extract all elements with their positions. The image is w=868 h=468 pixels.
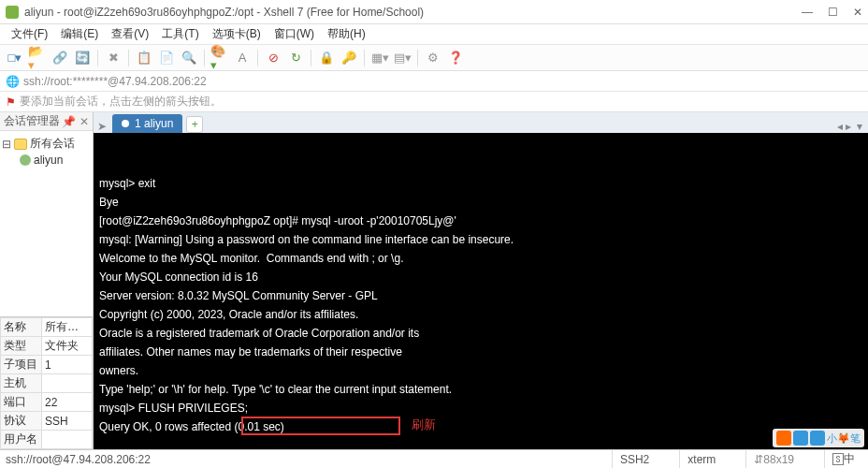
titlebar: aliyun - root@iZ2zeh69o3ru86oyhphgpoZ:/o… — [0, 0, 868, 24]
menu-tabs[interactable]: 选项卡(B) — [207, 24, 267, 44]
terminal-line: Your MySQL connection id is 16 — [99, 268, 862, 286]
tree-root[interactable]: ⊟ 所有会话 — [2, 135, 91, 153]
ime-icon-1[interactable] — [776, 431, 791, 446]
menu-window[interactable]: 窗口(W) — [268, 24, 320, 44]
terminal-line: affiliates. Other names may be trademark… — [99, 343, 862, 361]
session-icon — [20, 154, 31, 166]
ime-icon-2[interactable] — [793, 431, 808, 446]
terminal-line: Type 'help;' or '\h' for help. Type '\c'… — [99, 380, 862, 399]
terminal[interactable]: mysql> exitBye[root@iZ2zeh69o3ru86oyhphg… — [94, 133, 868, 449]
ime-overlay: 小🦊笔 — [773, 429, 864, 447]
menu-tools[interactable]: 工具(T) — [156, 24, 204, 44]
status-term: xterm — [679, 450, 723, 468]
terminal-line: [root@iZ2zeh69o3ru86oyhphgpoZ opt]# mysq… — [99, 212, 862, 230]
globe-icon: 🌐 — [6, 75, 20, 88]
terminal-line: mysql> exit — [99, 174, 862, 193]
paste-button[interactable]: 📄 — [157, 49, 176, 67]
prop-row: 子项目1 — [1, 356, 93, 374]
copy-button[interactable]: 📋 — [135, 49, 153, 67]
connect-button[interactable]: 🔗 — [51, 49, 69, 67]
close-panel-icon[interactable]: ✕ — [80, 115, 89, 128]
layout1-button[interactable]: ▦▾ — [370, 49, 389, 67]
add-tab-button[interactable]: + — [186, 116, 203, 133]
tree-root-label: 所有会话 — [30, 136, 75, 152]
layout2-button[interactable]: ▤▾ — [393, 49, 412, 67]
terminal-line: Query OK, 0 rows affected (0.01 sec) — [99, 417, 862, 436]
help-button[interactable]: ❓ — [446, 49, 465, 67]
terminal-line: mysql: [Warning] Using a password on the… — [99, 230, 862, 249]
address-bar: 🌐 ssh://root:********@47.94.208.206:22 — [0, 71, 868, 92]
reconnect-button[interactable]: 🔄 — [73, 49, 92, 67]
prop-row: 类型文件夹 — [1, 337, 93, 356]
prop-row: 用户名 — [1, 431, 93, 449]
session-tree[interactable]: ⊟ 所有会话 aliyun — [0, 131, 93, 316]
terminal-line: Welcome to the MySQL monitor. Commands e… — [99, 249, 862, 268]
menu-help[interactable]: 帮助(H) — [322, 24, 371, 44]
folder-icon — [14, 139, 27, 150]
tab-aliyun[interactable]: 1 aliyun — [112, 114, 182, 133]
status-bar: ssh://root@47.94.208.206:22 SSH2 xterm ⇵… — [0, 449, 868, 468]
terminal-line: Copyright (c) 2000, 2023, Oracle and/or … — [99, 305, 862, 324]
flag-icon: ⚑ — [6, 95, 16, 109]
disconnect-button[interactable]: ✖ — [104, 49, 123, 67]
terminal-line: owners. — [99, 361, 862, 380]
properties-panel: 名称所有…类型文件夹子项目1主机端口22协议SSH用户名 — [0, 316, 93, 449]
pin-icon[interactable]: 📌 — [62, 115, 76, 128]
tab-prev-icon[interactable]: ◂ ▸ — [837, 120, 851, 133]
status-connection: ssh://root@47.94.208.206:22 — [6, 453, 151, 466]
window-title: aliyun - root@iZ2zeh69o3ru86oyhphgpoZ:/o… — [24, 6, 802, 19]
prop-row: 名称所有… — [1, 318, 93, 337]
terminal-line: Bye — [99, 193, 862, 212]
status-caps: 🅂 中 — [824, 450, 862, 468]
tree-leaf-label: aliyun — [34, 154, 63, 167]
font-button[interactable]: A — [233, 49, 252, 67]
ime-icon-3[interactable] — [810, 431, 825, 446]
new-button[interactable]: □▾ — [6, 49, 24, 67]
key-button[interactable]: 🔑 — [340, 49, 358, 67]
ime-label: 小🦊笔 — [827, 431, 861, 446]
minimize-button[interactable]: — — [802, 6, 813, 19]
menu-view[interactable]: 查看(V) — [106, 24, 154, 44]
close-button[interactable]: ✕ — [853, 6, 862, 19]
settings-button[interactable]: ⚙ — [424, 49, 442, 67]
tab-menu-icon[interactable]: ▾ — [857, 120, 862, 133]
menubar: 文件(F) 编辑(E) 查看(V) 工具(T) 选项卡(B) 窗口(W) 帮助(… — [0, 24, 868, 45]
prop-row: 主机 — [1, 374, 93, 393]
find-button[interactable]: 🔍 — [180, 49, 198, 67]
tab-bar: ➤ 1 aliyun + ◂ ▸ ▾ — [94, 112, 868, 133]
toolbar: □▾ 📂▾ 🔗 🔄 ✖ 📋 📄 🔍 🎨▾ A ⊘ ↻ 🔒 🔑 ▦▾ ▤▾ ⚙ ❓ — [0, 45, 868, 71]
lock-button[interactable]: 🔒 — [317, 49, 336, 67]
session-manager-header: 会话管理器 📌✕ — [0, 112, 93, 131]
menu-file[interactable]: 文件(F) — [6, 24, 53, 44]
tab-label: 1 aliyun — [135, 117, 173, 130]
prop-row: 端口22 — [1, 393, 93, 412]
status-encoding: SSH2 — [612, 450, 657, 468]
status-size: 88x19 — [763, 453, 794, 466]
app-icon — [6, 6, 19, 19]
prop-row: 协议SSH — [1, 412, 93, 431]
menu-edit[interactable]: 编辑(E) — [55, 24, 104, 44]
tab-arrow-icon[interactable]: ➤ — [97, 120, 107, 133]
open-button[interactable]: 📂▾ — [28, 49, 47, 67]
terminal-line: Server version: 8.0.32 MySQL Community S… — [99, 286, 862, 305]
tree-leaf-aliyun[interactable]: aliyun — [2, 153, 91, 168]
address-text[interactable]: ssh://root:********@47.94.208.206:22 — [23, 75, 207, 88]
highlight-label: 刷新 — [412, 416, 436, 434]
terminal-line: Oracle is a registered trademark of Orac… — [99, 324, 862, 343]
hint-text: 要添加当前会话，点击左侧的箭头按钮。 — [20, 94, 222, 110]
terminal-line: mysql> FLUSH PRIVILEGES; — [99, 399, 862, 417]
session-manager-title: 会话管理器 — [4, 113, 60, 129]
hint-bar: ⚑ 要添加当前会话，点击左侧的箭头按钮。 — [0, 92, 868, 112]
stop-button[interactable]: ⊘ — [264, 49, 282, 67]
maximize-button[interactable]: ☐ — [828, 6, 838, 19]
sidebar: 会话管理器 📌✕ ⊟ 所有会话 aliyun 名称所有…类型文件夹子项目1主机端… — [0, 112, 94, 449]
tab-status-icon — [122, 120, 129, 127]
color-button[interactable]: 🎨▾ — [210, 49, 229, 67]
refresh-button[interactable]: ↻ — [286, 49, 305, 67]
